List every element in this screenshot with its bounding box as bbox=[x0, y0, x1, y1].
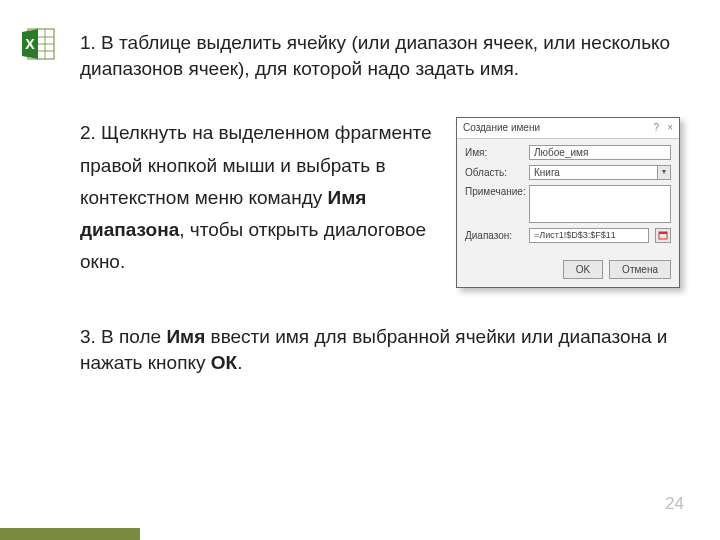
comment-field[interactable] bbox=[529, 185, 671, 223]
excel-icon: X bbox=[18, 26, 58, 62]
range-picker-icon[interactable] bbox=[655, 228, 671, 243]
step-1-text: 1. В таблице выделить ячейку (или диапаз… bbox=[80, 30, 680, 81]
name-label: Имя: bbox=[465, 146, 523, 160]
ok-button[interactable]: OK bbox=[563, 260, 603, 280]
range-field[interactable]: =Лист1!$D$3:$F$11 bbox=[529, 228, 649, 243]
svg-text:X: X bbox=[25, 36, 35, 52]
comment-label: Примечание: bbox=[465, 185, 523, 199]
create-name-dialog: Создание имени ? × Имя: Любое_имя Област… bbox=[456, 117, 680, 288]
name-field[interactable]: Любое_имя bbox=[529, 145, 671, 160]
range-label: Диапазон: bbox=[465, 229, 523, 243]
scope-select[interactable]: Книга ▾ bbox=[529, 165, 671, 180]
cancel-button[interactable]: Отмена bbox=[609, 260, 671, 280]
accent-bar bbox=[0, 528, 140, 540]
step-2-text: 2. Щелкнуть на выделенном фрагменте прав… bbox=[80, 117, 438, 288]
chevron-down-icon: ▾ bbox=[657, 165, 671, 180]
page-number: 24 bbox=[665, 494, 684, 514]
help-icon[interactable]: ? bbox=[654, 121, 660, 135]
svg-rect-8 bbox=[659, 232, 667, 234]
scope-label: Область: bbox=[465, 166, 523, 180]
step-3-text: 3. В поле Имя ввести имя для выбранной я… bbox=[80, 324, 680, 375]
close-icon[interactable]: × bbox=[667, 121, 673, 135]
dialog-titlebar: Создание имени ? × bbox=[457, 118, 679, 139]
dialog-title: Создание имени bbox=[463, 121, 540, 135]
